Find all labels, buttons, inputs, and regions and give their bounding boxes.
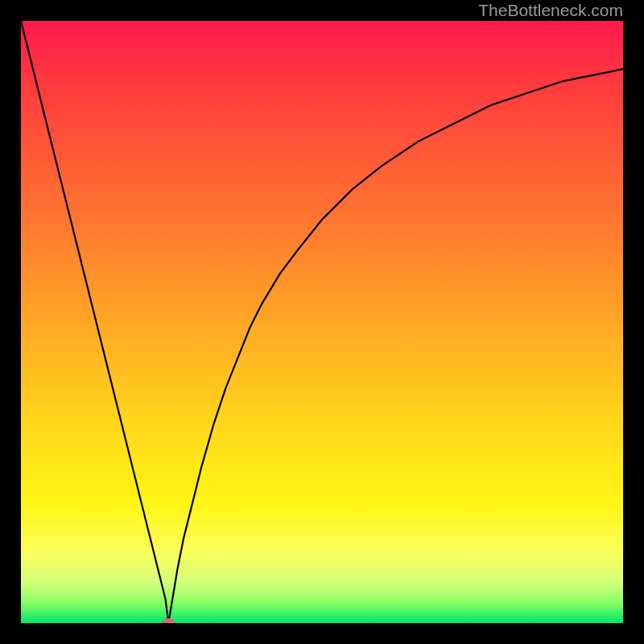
- optimum-marker: [162, 618, 175, 623]
- watermark-text: TheBottleneck.com: [478, 0, 623, 21]
- chart-frame: TheBottleneck.com: [0, 0, 644, 644]
- bottleneck-curve: [21, 21, 623, 623]
- curve-svg: [21, 21, 623, 623]
- plot-area: [21, 21, 623, 623]
